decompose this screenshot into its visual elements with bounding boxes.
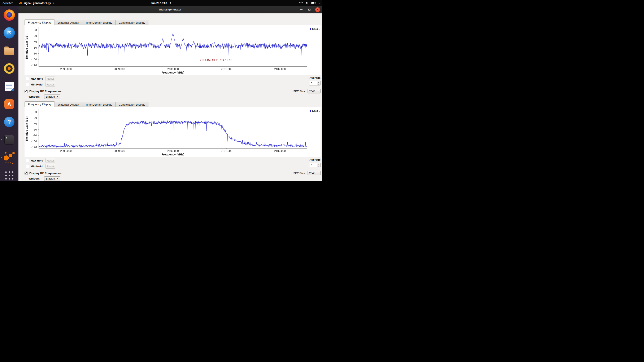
min-hold-reset-button[interactable]: Reset bbox=[46, 82, 55, 87]
activities-button[interactable]: Activities bbox=[2, 1, 13, 4]
fft-size-label: FFT Size: bbox=[294, 90, 306, 93]
chevron-down-icon bbox=[57, 178, 58, 179]
fft-size-value: 2048 bbox=[309, 172, 315, 175]
dock bbox=[0, 6, 18, 181]
dock-item-firefox[interactable] bbox=[3, 9, 15, 21]
spin-down-button[interactable] bbox=[317, 83, 320, 85]
wifi-icon bbox=[299, 1, 303, 4]
window-fn-label: Window: bbox=[28, 95, 40, 98]
frequency-plot[interactable] bbox=[24, 107, 320, 157]
dock-item-help[interactable] bbox=[3, 116, 15, 128]
libreoffice-writer-icon bbox=[4, 82, 14, 91]
window-titlebar[interactable]: Signal generator bbox=[18, 6, 322, 13]
chevron-down-icon bbox=[57, 96, 58, 97]
tab-frequency-display[interactable]: Frequency Display bbox=[24, 101, 55, 107]
spectrum-panel-2: Frequency Display Waterfall Display Time… bbox=[24, 101, 320, 181]
maximize-button[interactable] bbox=[307, 7, 312, 12]
firefox-icon bbox=[4, 9, 15, 21]
focused-app-title: signal_generator1.py bbox=[24, 1, 51, 4]
battery-icon bbox=[311, 2, 316, 4]
average-label: Average bbox=[310, 76, 320, 79]
max-hold-reset-button[interactable]: Reset bbox=[46, 158, 55, 163]
min-hold-checkbox[interactable] bbox=[26, 165, 29, 168]
rhythmbox-icon bbox=[4, 63, 14, 74]
chevron-down-icon bbox=[319, 2, 320, 4]
display-rf-checkbox[interactable] bbox=[24, 90, 28, 93]
min-hold-label: Min Hold bbox=[30, 165, 44, 168]
dock-item-gnuradio[interactable] bbox=[3, 152, 15, 163]
fft-size-label: FFT Size: bbox=[294, 172, 306, 175]
window-fn-controls: Window: Blackm bbox=[24, 94, 320, 99]
min-hold-checkbox[interactable] bbox=[26, 83, 29, 86]
min-hold-reset-button[interactable]: Reset bbox=[46, 164, 55, 169]
dock-item-terminal[interactable] bbox=[3, 134, 15, 146]
average-value: 0 bbox=[310, 163, 317, 167]
running-indicator bbox=[1, 139, 2, 140]
tab-time-domain-display[interactable]: Time Domain Display bbox=[82, 102, 116, 107]
chevron-down-icon bbox=[317, 173, 319, 174]
max-hold-reset-button[interactable]: Reset bbox=[46, 76, 55, 81]
files-folder-icon bbox=[4, 48, 14, 55]
average-label: Average bbox=[310, 158, 320, 161]
spin-up-button[interactable] bbox=[317, 81, 320, 83]
thunderbird-icon bbox=[4, 27, 15, 38]
max-hold-checkbox[interactable] bbox=[26, 77, 29, 80]
fft-size-select[interactable]: 2048 bbox=[308, 89, 320, 93]
window-fn-select[interactable]: Blackm bbox=[44, 94, 60, 99]
spin-up-button[interactable] bbox=[317, 163, 320, 165]
tab-bar: Frequency Display Waterfall Display Time… bbox=[24, 19, 320, 25]
minimize-button[interactable] bbox=[299, 7, 304, 12]
dock-item-ubuntu-software[interactable] bbox=[3, 98, 15, 110]
gnuradio-icon bbox=[3, 152, 15, 163]
notification-dot-icon bbox=[170, 2, 171, 3]
tab-frequency-display[interactable]: Frequency Display bbox=[24, 19, 55, 25]
spectrum-canvas[interactable] bbox=[24, 25, 320, 75]
max-hold-label: Max Hold bbox=[30, 77, 44, 80]
spectrum-canvas[interactable] bbox=[24, 107, 320, 157]
top-bar: Activities signal_generator1.py Jun 28 1… bbox=[0, 0, 322, 6]
focused-app-menu[interactable]: signal_generator1.py bbox=[19, 1, 54, 4]
rf-controls: Display RF Frequencies FFT Size: 2048 bbox=[24, 171, 320, 175]
clock-menu[interactable]: Jun 28 12:03 bbox=[151, 0, 171, 6]
spectrum-panel-1: Frequency Display Waterfall Display Time… bbox=[24, 19, 320, 99]
dock-item-files[interactable] bbox=[3, 45, 15, 56]
system-status-menu[interactable] bbox=[299, 0, 320, 6]
fft-size-select[interactable]: 2048 bbox=[308, 171, 320, 175]
display-rf-label: Display RF Frequencies bbox=[29, 172, 62, 175]
window-fn-value: Blackm bbox=[46, 95, 55, 98]
dock-item-thunderbird[interactable] bbox=[3, 27, 15, 39]
rf-controls: Display RF Frequencies FFT Size: 2048 bbox=[24, 89, 320, 93]
dock-item-app-grid[interactable] bbox=[3, 169, 15, 181]
window-controls bbox=[299, 6, 320, 13]
average-spinbox[interactable]: 0 bbox=[309, 81, 320, 85]
running-indicator bbox=[1, 157, 2, 158]
max-hold-label: Max Hold bbox=[30, 159, 44, 162]
clock-label: Jun 28 12:03 bbox=[151, 1, 167, 4]
display-rf-checkbox[interactable] bbox=[24, 172, 28, 175]
average-spinbox[interactable]: 0 bbox=[309, 163, 320, 167]
help-icon bbox=[4, 117, 14, 127]
tab-constellation-display[interactable]: Constellation Display bbox=[116, 102, 148, 107]
dock-item-rhythmbox[interactable] bbox=[3, 63, 15, 74]
tab-constellation-display[interactable]: Constellation Display bbox=[116, 20, 148, 25]
app-grid-icon bbox=[5, 171, 14, 180]
hold-controls: Max Hold Reset Min Hold Reset Average 0 bbox=[24, 76, 320, 87]
window-body: Frequency Display Waterfall Display Time… bbox=[18, 13, 322, 181]
ubuntu-software-icon bbox=[4, 99, 14, 109]
fft-size-value: 2048 bbox=[309, 90, 315, 93]
tab-waterfall-display[interactable]: Waterfall Display bbox=[55, 102, 82, 107]
max-hold-checkbox[interactable] bbox=[26, 159, 29, 162]
window-title: Signal generator bbox=[159, 8, 182, 11]
dock-item-libreoffice-writer[interactable] bbox=[3, 80, 15, 92]
tab-time-domain-display[interactable]: Time Domain Display bbox=[82, 20, 116, 25]
terminal-icon bbox=[4, 135, 14, 145]
spin-down-button[interactable] bbox=[317, 165, 320, 167]
window-fn-select[interactable]: Blackm bbox=[44, 176, 60, 181]
tab-waterfall-display[interactable]: Waterfall Display bbox=[55, 20, 82, 25]
frequency-plot[interactable] bbox=[24, 25, 320, 75]
screen: Activities signal_generator1.py Jun 28 1… bbox=[0, 0, 322, 181]
tab-bar: Frequency Display Waterfall Display Time… bbox=[24, 101, 320, 107]
chevron-down-icon bbox=[53, 2, 54, 4]
close-button[interactable] bbox=[315, 7, 320, 12]
display-rf-label: Display RF Frequencies bbox=[29, 90, 62, 93]
